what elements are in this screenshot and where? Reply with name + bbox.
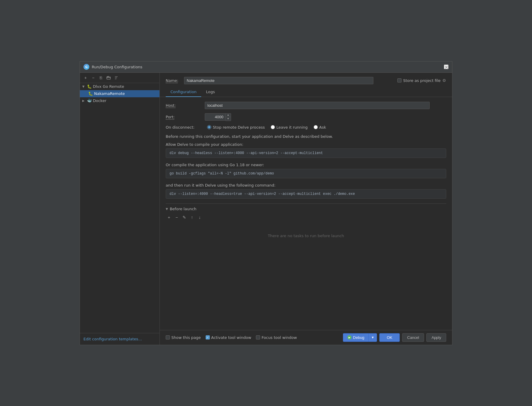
- dialog-title: Run/Debug Configurations: [92, 65, 441, 69]
- name-input[interactable]: [184, 77, 373, 84]
- before-launch-edit-button[interactable]: ✎: [181, 214, 188, 221]
- port-decrement-button[interactable]: ▼: [225, 117, 231, 121]
- tree-item-dlvx-go-remote[interactable]: ▼ 🐛 Dlvx Go Remote: [80, 83, 159, 90]
- sidebar-bottom: Edit configuration templates...: [80, 333, 159, 345]
- nakama-icon: 🐛: [88, 91, 93, 96]
- before-launch-header[interactable]: ▼ Before launch: [166, 204, 446, 213]
- show-this-page-checkbox[interactable]: [166, 335, 170, 339]
- tree-item-nakama-remote[interactable]: 🐛 NakamaRemote: [80, 90, 159, 97]
- dlvx-icon: 🐛: [87, 84, 92, 89]
- debug-label: Debug: [353, 335, 364, 340]
- bottom-bar: Show this page ✓ Activate tool window Fo…: [160, 330, 452, 345]
- close-button[interactable]: ✕: [444, 64, 449, 69]
- content-area: + − ⎘ ▼: [80, 73, 452, 345]
- radio-stop-remote-label: Stop remote Delve process: [213, 125, 265, 130]
- debug-main-button[interactable]: ▶ Debug: [343, 334, 369, 342]
- compile-command-block: dlv debug --headless --listen=:4000 --ap…: [166, 148, 446, 158]
- disconnect-row: On disconnect: Stop remote Delve process…: [166, 125, 446, 130]
- activate-tool-window-label: Activate tool window: [211, 335, 251, 340]
- before-launch-down-button[interactable]: ↓: [196, 214, 203, 221]
- radio-stop-remote[interactable]: Stop remote Delve process: [207, 125, 265, 130]
- config-body: Host: Port: ▲ ▼ On disco: [160, 97, 452, 330]
- name-row: Name: Store as project file ⚙: [160, 73, 452, 87]
- radio-ask[interactable]: Ask: [314, 125, 326, 130]
- port-label: Port:: [166, 115, 201, 119]
- compile-section-title: Allow Delve to compile your application:: [166, 142, 446, 147]
- tree-item-label: Dlvx Go Remote: [93, 84, 124, 89]
- before-launch-title: Before launch: [170, 207, 196, 211]
- radio-ask-label: Ask: [319, 125, 326, 130]
- before-launch-section: ▼ Before launch + − ✎ ↑ ↓ There are no t…: [166, 203, 446, 250]
- tree-item-label: NakamaRemote: [94, 91, 125, 96]
- before-launch-add-button[interactable]: +: [166, 214, 172, 221]
- cancel-button[interactable]: Cancel: [402, 333, 424, 342]
- store-as-project-label: Store as project file: [403, 78, 441, 83]
- host-label: Host:: [166, 103, 201, 108]
- debug-icon: ▶: [347, 335, 352, 339]
- edit-templates-link[interactable]: Edit configuration templates...: [83, 337, 142, 341]
- sidebar: + − ⎘ ▼: [80, 73, 160, 345]
- port-input[interactable]: [205, 113, 225, 121]
- radio-leave-running[interactable]: Leave it running: [271, 125, 308, 130]
- action-buttons: ▶ Debug ▼ OK Cancel Apply: [343, 333, 446, 342]
- radio-leave-running-label: Leave it running: [276, 125, 308, 130]
- sort-config-button[interactable]: [113, 75, 120, 81]
- port-row: Port: ▲ ▼: [166, 113, 446, 121]
- run-title: and then run it with Delve using the fol…: [166, 183, 446, 187]
- tab-configuration[interactable]: Configuration: [166, 87, 201, 97]
- store-gear-button[interactable]: ⚙: [442, 78, 446, 83]
- focus-tool-window-row[interactable]: Focus tool window: [256, 335, 297, 340]
- before-launch-toolbar: + − ✎ ↑ ↓: [166, 213, 446, 222]
- store-as-project-checkbox[interactable]: [397, 78, 402, 83]
- expand-arrow: ▶: [82, 99, 86, 102]
- remove-config-button[interactable]: −: [90, 75, 96, 81]
- apply-button[interactable]: Apply: [426, 333, 446, 342]
- expand-arrow: ▼: [82, 85, 86, 88]
- tab-logs[interactable]: Logs: [201, 87, 220, 97]
- radio-leave-running-input[interactable]: [271, 125, 275, 129]
- store-as-project-row: Store as project file ⚙: [397, 78, 446, 83]
- before-launch-empty: There are no tasks to run before launch: [166, 222, 446, 250]
- run-debug-configurations-dialog: G Run/Debug Configurations ✕ + − ⎘: [80, 61, 452, 345]
- before-launch-remove-button[interactable]: −: [173, 214, 180, 221]
- show-this-page-row[interactable]: Show this page: [166, 335, 201, 340]
- show-this-page-label: Show this page: [171, 335, 201, 340]
- config-tree: ▼ 🐛 Dlvx Go Remote 🐛 NakamaRemote ▶ 🐳 Do…: [80, 83, 159, 104]
- svg-rect-0: [107, 77, 110, 79]
- name-label: Name:: [166, 78, 180, 83]
- host-row: Host:: [166, 102, 446, 109]
- port-spinner: ▲ ▼: [205, 113, 231, 121]
- tree-item-label: Docker: [93, 98, 107, 103]
- port-spinner-buttons: ▲ ▼: [225, 113, 231, 121]
- activate-tool-window-checkbox[interactable]: ✓: [206, 335, 210, 339]
- info-text: Before running this configuration, start…: [166, 134, 446, 140]
- activate-tool-window-row[interactable]: ✓ Activate tool window: [206, 335, 251, 340]
- tabs-row: Configuration Logs: [160, 87, 452, 97]
- sidebar-toolbar: + − ⎘: [80, 73, 159, 83]
- host-input[interactable]: [205, 102, 430, 109]
- radio-ask-input[interactable]: [314, 125, 318, 129]
- main-panel: Name: Store as project file ⚙ Configurat…: [160, 73, 452, 345]
- debug-dropdown-button[interactable]: ▼: [369, 336, 377, 339]
- docker-icon: 🐳: [87, 98, 92, 103]
- debug-split-button: ▶ Debug ▼: [343, 333, 377, 342]
- app-icon: G: [83, 64, 89, 70]
- ok-button[interactable]: OK: [379, 333, 400, 342]
- radio-stop-remote-input[interactable]: [207, 125, 211, 129]
- copy-config-button[interactable]: ⎘: [98, 75, 104, 81]
- focus-tool-window-label: Focus tool window: [262, 335, 297, 340]
- before-launch-up-button[interactable]: ↑: [189, 214, 195, 221]
- add-config-button[interactable]: +: [82, 75, 89, 81]
- go-compile-command-block: go build -gcflags "all=-N -l" github.com…: [166, 169, 446, 178]
- tree-item-docker[interactable]: ▶ 🐳 Docker: [80, 97, 159, 104]
- go-compile-title: Or compile the application using Go 1.18…: [166, 163, 446, 167]
- title-bar: G Run/Debug Configurations ✕: [80, 62, 452, 73]
- focus-tool-window-checkbox[interactable]: [256, 335, 260, 339]
- before-launch-arrow: ▼: [166, 207, 168, 211]
- folder-config-button[interactable]: [105, 75, 112, 81]
- disconnect-label: On disconnect:: [166, 125, 201, 130]
- port-increment-button[interactable]: ▲: [225, 114, 231, 117]
- run-command-block: dlv --listen=:4000 --headless=true --api…: [166, 189, 446, 199]
